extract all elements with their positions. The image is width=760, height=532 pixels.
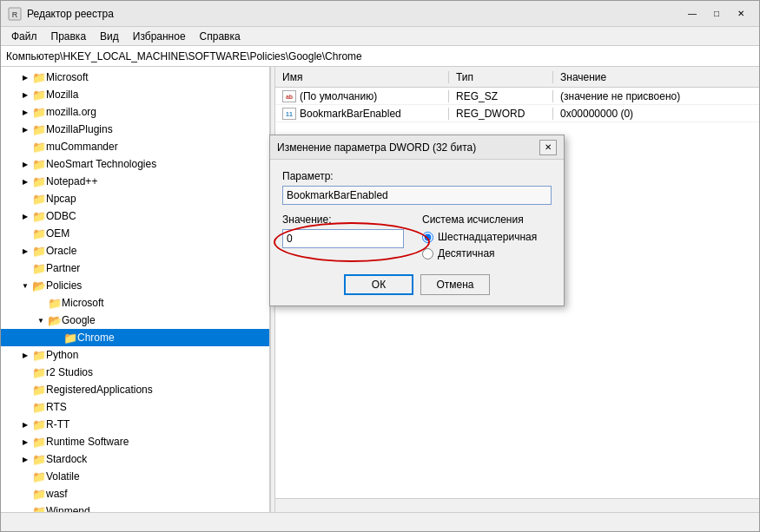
tree-label: mozilla.org: [46, 106, 96, 118]
folder-icon-winmend: [32, 505, 46, 513]
folder-icon-python: [32, 349, 46, 362]
menu-view[interactable]: Вид: [93, 29, 126, 44]
menu-file[interactable]: Файл: [4, 29, 44, 44]
folder-icon-rtt: [32, 418, 46, 431]
tree-label: Npcap: [46, 193, 76, 205]
tree-label: Stardock: [46, 453, 87, 465]
radix-hex-option[interactable]: Шестнадцатеричная: [422, 231, 552, 243]
tree-item-oem[interactable]: ▶ OEM: [1, 225, 269, 242]
dialog-title: Изменение параметра DWORD (32 бита): [277, 141, 539, 154]
tree-item-notepad[interactable]: ▶ Notepad++: [1, 173, 269, 190]
tree-label: OEM: [46, 227, 69, 240]
cancel-button[interactable]: Отмена: [420, 274, 490, 295]
address-bar: Компьютер\HKEY_LOCAL_MACHINE\SOFTWARE\Po…: [1, 46, 759, 67]
horizontal-scrollbar[interactable]: [275, 498, 759, 512]
tree-item-winmend[interactable]: ▶ Winmend: [1, 502, 269, 512]
arrow-microsoft: ▶: [18, 70, 32, 84]
row-name-bookmark: 11 BookmarkBarEnabled: [275, 108, 449, 120]
folder-icon-policies-microsoft: [48, 297, 62, 310]
tree-label: Notepad++: [46, 175, 97, 187]
tree-item-chrome[interactable]: ▶ Chrome: [1, 329, 269, 346]
tree-label: Chrome: [77, 332, 115, 344]
menu-bar: Файл Правка Вид Избранное Справка: [1, 27, 759, 46]
arrow-mozillaplugins: ▶: [18, 122, 32, 136]
radix-hex-radio[interactable]: [422, 232, 433, 243]
tree-item-npcap[interactable]: ▶ Npcap: [1, 190, 269, 207]
menu-help[interactable]: Справка: [193, 29, 248, 44]
col-header-value: Значение: [553, 71, 759, 83]
tree-item-runtime[interactable]: ▶ Runtime Software: [1, 433, 269, 450]
table-row[interactable]: 11 BookmarkBarEnabled REG_DWORD 0x000000…: [275, 105, 759, 122]
tree-item-registeredapps[interactable]: ▶ RegisteredApplications: [1, 381, 269, 398]
radix-dec-radio[interactable]: [422, 248, 433, 259]
radix-label: Система исчисления: [422, 213, 552, 226]
folder-icon-oem: [32, 227, 46, 240]
tree-item-oracle[interactable]: ▶ Oracle: [1, 242, 269, 259]
tree-item-microsoft[interactable]: ▶ Microsoft: [1, 69, 269, 86]
tree-item-wasf[interactable]: ▶ wasf: [1, 485, 269, 502]
arrow-odbc: ▶: [18, 209, 32, 223]
folder-icon-wasf: [32, 488, 46, 501]
tree-item-google[interactable]: ▼ Google: [1, 312, 269, 329]
app-icon: R: [8, 7, 22, 21]
arrow-notepad: ▶: [18, 174, 32, 188]
folder-icon-neosmart: [32, 158, 46, 171]
value-input-wrapper: [282, 229, 412, 248]
radix-section: Система исчисления Шестнадцатеричная Дес…: [422, 213, 552, 264]
tree-item-mozillaplugins[interactable]: ▶ MozillaPlugins: [1, 121, 269, 138]
arrow-runtime: ▶: [18, 435, 32, 449]
tree-label: Oracle: [46, 245, 76, 257]
value-input[interactable]: [282, 229, 404, 248]
folder-icon-mozilla-org: [32, 106, 46, 119]
tree-item-partner[interactable]: ▶ Partner: [1, 259, 269, 277]
tree-item-odbc[interactable]: ▶ ODBC: [1, 207, 269, 225]
row-value-bookmark: 0x00000000 (0): [553, 108, 759, 120]
tree-item-policies-microsoft[interactable]: ▶ Microsoft: [1, 294, 269, 312]
minimize-button[interactable]: —: [681, 4, 704, 23]
radix-dec-label: Десятичная: [438, 247, 495, 259]
table-row[interactable]: ab (По умолчанию) REG_SZ (значение не пр…: [275, 88, 759, 105]
folder-icon-rts: [32, 401, 46, 414]
tree-panel[interactable]: ▶ Microsoft ▶ Mozilla ▶ mozilla.org ▶: [1, 67, 270, 512]
table-header: Имя Тип Значение: [275, 67, 759, 88]
tree-item-mozilla[interactable]: ▶ Mozilla: [1, 86, 269, 103]
value-label: Значение:: [282, 213, 412, 226]
folder-icon-volatile: [32, 470, 46, 483]
dialog-buttons: ОК Отмена: [282, 274, 552, 295]
folder-icon-notepad: [32, 175, 46, 188]
tree-item-volatile[interactable]: ▶ Volatile: [1, 468, 269, 485]
dialog-title-bar: Изменение параметра DWORD (32 бита) ✕: [270, 135, 564, 160]
arrow-rtt: ▶: [18, 417, 32, 431]
row-type-bookmark: REG_DWORD: [449, 108, 553, 120]
tree-item-stardock[interactable]: ▶ Stardock: [1, 450, 269, 468]
tree-item-r2studios[interactable]: ▶ r2 Studios: [1, 364, 269, 381]
tree-item-neosmart[interactable]: ▶ NeoSmart Technologies: [1, 155, 269, 173]
tree-label: Mozilla: [46, 89, 78, 101]
tree-item-policies[interactable]: ▼ Policies: [1, 277, 269, 294]
radix-hex-label: Шестнадцатеричная: [438, 231, 537, 243]
tree-label: ODBC: [46, 210, 76, 222]
ok-button[interactable]: ОК: [344, 274, 413, 295]
tree-item-python[interactable]: ▶ Python: [1, 346, 269, 364]
close-button[interactable]: ✕: [730, 4, 752, 23]
param-input[interactable]: [282, 186, 552, 205]
menu-favorites[interactable]: Избранное: [126, 29, 193, 44]
menu-edit[interactable]: Правка: [44, 29, 94, 44]
reg-sz-icon: ab: [282, 90, 296, 102]
tree-label: Microsoft: [46, 71, 89, 83]
radix-dec-option[interactable]: Десятичная: [422, 247, 552, 259]
arrow-google: ▼: [34, 313, 48, 327]
folder-icon-partner: [32, 262, 46, 275]
tree-item-rts[interactable]: ▶ RTS: [1, 398, 269, 416]
tree-label: Runtime Software: [46, 436, 129, 448]
tree-item-rtt[interactable]: ▶ R-TT: [1, 416, 269, 433]
dialog-close-button[interactable]: ✕: [539, 140, 557, 155]
arrow-mozilla-org: ▶: [18, 105, 32, 119]
tree-item-mozilla-org[interactable]: ▶ mozilla.org: [1, 103, 269, 121]
row-value-default: (значение не присвоено): [553, 90, 759, 102]
dialog-main-row: Значение: Система исчисления Шестнадцате…: [282, 213, 552, 264]
tree-item-mucommander[interactable]: ▶ muCommander: [1, 138, 269, 155]
maximize-button[interactable]: □: [705, 4, 728, 23]
arrow-python: ▶: [18, 348, 32, 362]
folder-icon-google: [48, 314, 62, 327]
